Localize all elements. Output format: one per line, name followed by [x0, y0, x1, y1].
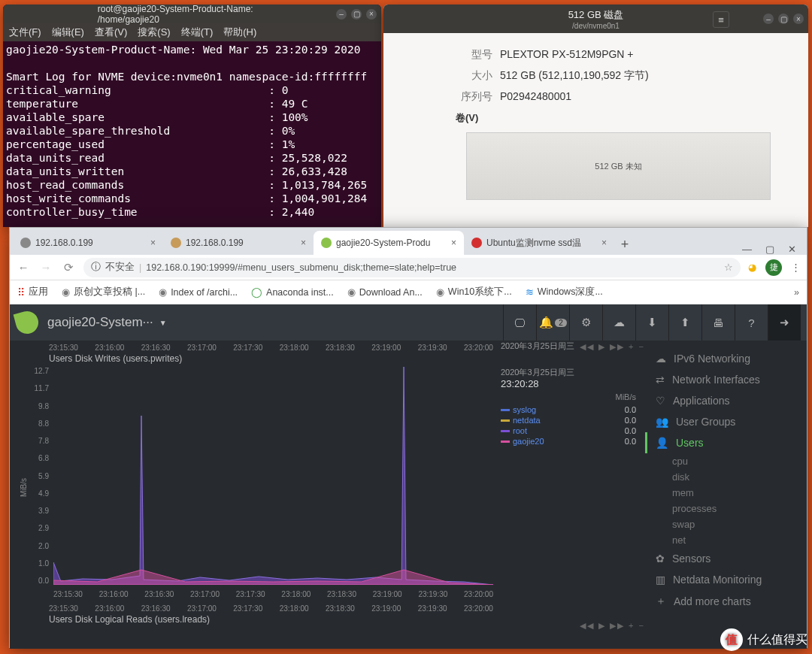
disk-title: 512 GB 磁盘	[568, 8, 624, 22]
sidebar-label: Add more charts	[674, 595, 751, 607]
help-icon[interactable]: ?	[735, 304, 768, 341]
bookmark-icon: ◉	[159, 286, 167, 298]
terminal-menu-item[interactable]: 文件(F)	[9, 26, 41, 39]
volumes-header: 卷(V)	[451, 111, 786, 125]
address-bar[interactable]: ⓘ 不安全 | 192.168.0.190:19999/#menu_users_…	[83, 258, 741, 277]
sidebar-item[interactable]: ▥Netdata Monitoring	[645, 569, 807, 590]
terminal-menu-item[interactable]: 帮助(H)	[223, 26, 256, 39]
maximize-icon[interactable]: ▢	[765, 244, 774, 255]
minimize-icon[interactable]: –	[763, 14, 774, 24]
bookmarks-overflow-icon[interactable]: »	[794, 287, 799, 298]
sidebar-icon: ✿	[656, 553, 665, 565]
display-icon[interactable]: 🖵	[503, 304, 536, 341]
sidebar-item[interactable]: ＋Add more charts	[645, 590, 807, 613]
bookmark-item[interactable]: ◯Anaconda inst...	[251, 286, 334, 298]
download-icon[interactable]: ⬇	[635, 304, 668, 341]
sidebar-icon: ⇄	[656, 374, 665, 386]
sidebar-label: Applications	[673, 395, 730, 407]
disk-info-row: 型号PLEXTOR PX-512M9PGN +	[451, 48, 786, 62]
sidebar-subitem[interactable]: mem	[645, 485, 807, 501]
sidebar-subitem[interactable]: swap	[645, 516, 807, 532]
disk-info-row: 大小512 GB (512,110,190,592 字节)	[451, 69, 786, 83]
favicon-icon	[321, 238, 332, 248]
favicon-icon	[20, 238, 31, 248]
cloud-download-icon[interactable]: ☁	[602, 304, 635, 341]
disk-label: 大小	[451, 69, 492, 83]
sidebar-subitem[interactable]: cpu	[645, 453, 807, 469]
bell-icon[interactable]: 🔔2	[536, 304, 569, 341]
minimize-icon[interactable]: —	[742, 244, 752, 255]
disk-value: PLEXTOR PX-512M9PGN +	[500, 48, 634, 62]
sidebar-item[interactable]: ☁IPv6 Networking	[645, 348, 807, 369]
chevron-down-icon[interactable]: ▼	[159, 319, 167, 327]
plot-canvas[interactable]	[53, 367, 493, 585]
disks-titlebar[interactable]: 512 GB 磁盘 /dev/nvme0n1 ≡ – ▢ ×	[383, 5, 808, 33]
bookmark-item[interactable]: ◉Win10系统下...	[436, 286, 512, 298]
forward-icon[interactable]: →	[38, 261, 53, 274]
host-selector[interactable]: gaojie20-System···	[47, 315, 153, 330]
apps-button[interactable]: ⠿应用	[17, 286, 48, 298]
sidebar-label: User Groups	[676, 416, 735, 428]
close-tab-icon[interactable]: ×	[301, 238, 306, 248]
terminal-menu-item[interactable]: 终端(T)	[181, 26, 214, 39]
signin-icon[interactable]: ➜	[768, 304, 801, 341]
sidebar-item[interactable]: 👥User Groups	[645, 411, 807, 432]
url-text: 192.168.0.190:19999/#menu_users_submenu_…	[146, 262, 456, 273]
close-icon[interactable]: ×	[366, 9, 377, 20]
maximize-icon[interactable]: ▢	[778, 14, 789, 24]
terminal-output[interactable]: gaojie20-System-Product-Name: Wed Mar 25…	[3, 41, 381, 220]
bookmark-item[interactable]: ≋Windows深度...	[526, 286, 603, 298]
close-tab-icon[interactable]: ×	[451, 238, 456, 248]
sidebar-icon: ♡	[656, 395, 665, 407]
disk-label: 序列号	[451, 90, 492, 104]
browser-tab[interactable]: 192.168.0.199×	[13, 231, 163, 255]
bookmark-item[interactable]: ◉原创文章投稿 |...	[62, 286, 145, 298]
minimize-icon[interactable]: –	[336, 9, 347, 20]
hamburger-icon[interactable]: ≡	[713, 11, 729, 28]
close-tab-icon[interactable]: ×	[150, 238, 156, 248]
time-axis-bottom: 23:15:3023:16:0023:16:3023:17:0023:17:30…	[49, 604, 493, 613]
apps-icon: ⠿	[17, 286, 25, 298]
sidebar-subitem[interactable]: processes	[645, 501, 807, 516]
bookmark-item[interactable]: ◉Download An...	[347, 286, 423, 298]
print-icon[interactable]: 🖶	[701, 304, 735, 341]
sidebar-item[interactable]: ✿Sensors	[645, 548, 807, 569]
terminal-menu-item[interactable]: 查看(V)	[95, 26, 127, 39]
new-tab-button[interactable]: +	[614, 234, 635, 255]
terminal-titlebar[interactable]: root@gaojie20-System-Product-Name: /home…	[3, 5, 381, 23]
upload-icon[interactable]: ⬆	[668, 304, 701, 341]
extension-icon[interactable]: ◕	[748, 262, 756, 273]
chart-area: 23:15:3023:16:0023:16:3023:17:0023:17:30…	[10, 341, 645, 649]
sidebar-item[interactable]: 👤Users	[645, 432, 807, 453]
back-icon[interactable]: ←	[16, 261, 31, 274]
netdata-logo-icon[interactable]	[14, 309, 41, 337]
gear-icon[interactable]: ⚙	[569, 304, 602, 341]
disk-info-row: 序列号P02942480001	[451, 90, 786, 104]
terminal-menu-item[interactable]: 编辑(E)	[52, 26, 84, 39]
sidebar-item[interactable]: ⇄Network Interfaces	[645, 369, 807, 390]
disk-subtitle: /dev/nvme0n1	[572, 22, 620, 30]
browser-tab[interactable]: gaojie20-System-Produ×	[314, 231, 464, 255]
netdata-app: gaojie20-System··· ▼ 🖵 🔔2 ⚙ ☁ ⬇ ⬆ 🖶 ? ➜ …	[10, 304, 807, 649]
star-icon[interactable]: ☆	[724, 262, 733, 273]
terminal-title: root@gaojie20-System-Product-Name: /home…	[98, 5, 287, 25]
sidebar-subitem[interactable]: disk	[645, 469, 807, 485]
reload-icon[interactable]: ⟳	[61, 261, 76, 274]
close-icon[interactable]: ✕	[788, 244, 796, 255]
close-icon[interactable]: ×	[793, 14, 804, 24]
maximize-icon[interactable]: ▢	[351, 9, 362, 20]
browser-tab[interactable]: 192.168.0.199×	[163, 231, 314, 255]
sidebar-subitem[interactable]: net	[645, 532, 807, 548]
favicon-icon	[171, 238, 181, 248]
volume-box[interactable]: 512 GB 未知	[466, 132, 771, 200]
terminal-menu-item[interactable]: 搜索(S)	[138, 26, 170, 39]
watermark: 值 什么值得买	[720, 628, 807, 651]
profile-avatar[interactable]: 捷	[765, 259, 782, 276]
close-tab-icon[interactable]: ×	[601, 238, 607, 248]
sidebar-item[interactable]: ♡Applications	[645, 390, 807, 411]
browser-window: 192.168.0.199×192.168.0.199×gaojie20-Sys…	[9, 227, 807, 648]
browser-tab[interactable]: Ubuntu监测nvme ssd温×	[464, 231, 614, 255]
menu-icon[interactable]: ⋮	[791, 262, 801, 273]
bookmarks-bar: ⠿应用 ◉原创文章投稿 |...◉Index of /archi...◯Anac…	[10, 280, 807, 304]
bookmark-item[interactable]: ◉Index of /archi...	[159, 286, 238, 298]
